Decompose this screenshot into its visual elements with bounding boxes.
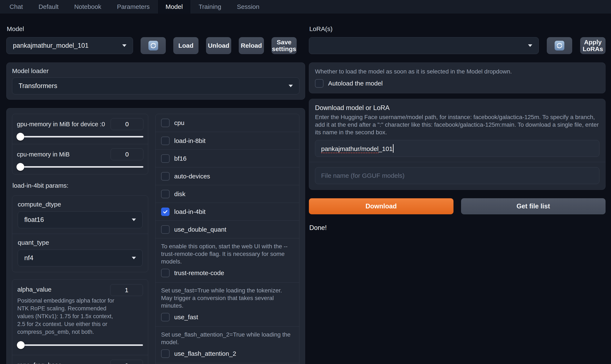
cpu-checkbox-label: cpu [174,119,184,127]
model-loader-value: Transformers [19,82,57,90]
alpha-value-slider[interactable] [17,341,143,349]
download-title: Download model or LoRA [315,104,599,112]
alpha-value-input[interactable] [110,284,143,296]
use-double-quant-checkbox-label: use_double_quant [174,226,226,233]
memory-group: gpu-memory in MiB for device :0 cpu-memo… [12,114,148,174]
download-info: Enter the Hugging Face username/model pa… [315,113,599,136]
checkbox-row-load-in-4bit[interactable]: load-in-4bit [156,203,299,221]
checkbox-row-use-fast[interactable]: use_fast [161,313,294,321]
use-double-quant-checkbox[interactable] [161,225,169,234]
load-in-8bit-checkbox[interactable] [161,137,169,145]
tab-default[interactable]: Default [31,0,66,13]
unload-button[interactable]: Unload [206,37,231,54]
exllama-note-section: Disable ExLlama kernel. [156,363,299,364]
disk-checkbox[interactable] [161,190,169,198]
refresh-models-button[interactable] [141,37,166,54]
model-dropdown[interactable]: pankajmathur_model_101 [6,37,133,54]
cpu-memory-slider[interactable] [17,163,143,171]
tab-notebook[interactable]: Notebook [66,0,109,13]
chevron-down-icon [122,44,127,47]
compute-dtype-dropdown[interactable]: float16 [18,211,143,228]
checkbox-row-use-flash-attention-2[interactable]: use_flash_attention_2 [161,350,294,358]
apply-loras-button[interactable]: Apply LoRAs [580,37,606,54]
trust-remote-code-checkbox[interactable] [161,269,169,277]
gpu-memory-row: gpu-memory in MiB for device :0 [12,114,148,144]
dtype-group: compute_dtype float16 quant_type nf4 [12,195,148,272]
rope-freq-base-input[interactable] [110,360,143,364]
quant-type-dropdown[interactable]: nf4 [18,249,143,266]
flags-checkbox-list: cpu load-in-8bit bf16 [156,114,299,364]
rope-freq-base-row: rope_freq_base If greater than 0, will b… [12,355,148,364]
text-cursor [393,144,393,153]
autoload-checkbox[interactable] [315,79,324,88]
use-flash-attention-2-checkbox[interactable] [161,350,169,358]
download-model-input-misspelled-text: pankajmathur/model [321,145,378,153]
checkbox-row-cpu[interactable]: cpu [156,114,299,132]
slider-track[interactable] [17,166,143,168]
lora-dropdown[interactable] [309,37,539,54]
use-flash-attention-2-section: Set use_flash_attention_2=True while loa… [156,326,299,363]
chevron-down-icon [132,219,136,221]
auto-devices-checkbox-label: auto-devices [174,173,210,180]
get-file-list-button[interactable]: Get file list [461,198,606,214]
cpu-memory-input[interactable] [111,148,143,160]
use-fast-section: Set use_fast=True while loading the toke… [156,282,299,326]
tab-chat[interactable]: Chat [2,0,31,13]
bf16-checkbox-label: bf16 [174,155,186,162]
slider-track[interactable] [17,136,143,137]
gpu-memory-input[interactable] [111,118,143,130]
load-in-4bit-checkbox[interactable] [161,208,169,216]
save-settings-button[interactable]: Save settings [272,37,297,54]
gpu-memory-slider[interactable] [17,133,143,141]
check-icon [163,209,168,215]
lora-label: LoRA(s) [309,25,606,33]
use-fast-checkbox[interactable] [161,313,169,321]
slider-thumb[interactable] [17,341,25,349]
disk-checkbox-label: disk [174,190,185,198]
model-label: Model [7,25,305,33]
checkbox-row-trust-remote-code[interactable]: trust-remote-code [161,269,294,277]
auto-devices-checkbox[interactable] [161,172,169,181]
use-fast-info: Set use_fast=True while loading the toke… [161,287,294,310]
gguf-file-name-input[interactable] [315,167,599,184]
alpha-value-info: Positional embeddings alpha factor for N… [17,297,120,336]
download-status-text: Done! [309,224,606,232]
checkbox-row-autoload[interactable]: Autoload the model [315,79,599,88]
use-fast-checkbox-label: use_fast [174,313,198,321]
tab-model[interactable]: Model [157,0,191,13]
alpha-value-row: alpha_value Positional embeddings alpha … [12,280,148,355]
refresh-icon [555,41,564,51]
refresh-loras-button[interactable] [547,37,572,54]
checkbox-row-auto-devices[interactable]: auto-devices [156,167,299,185]
checkbox-row-use-double-quant[interactable]: use_double_quant [156,221,299,238]
slider-track[interactable] [17,344,143,346]
download-button[interactable]: Download [309,198,454,214]
load-in-4bit-checkbox-label: load-in-4bit [174,208,206,215]
quant-type-value: nf4 [24,254,33,262]
tab-training[interactable]: Training [191,0,229,13]
slider-thumb[interactable] [16,163,24,171]
slider-thumb[interactable] [16,133,24,141]
quant-type-label: quant_type [18,239,143,246]
compute-dtype-label: compute_dtype [18,201,143,208]
cpu-memory-row: cpu-memory in MiB [12,144,148,174]
download-model-input[interactable]: pankajmathur/model_101 [315,140,599,157]
rope-group: alpha_value Positional embeddings alpha … [12,279,148,364]
load-button[interactable]: Load [173,37,198,54]
rope-freq-base-label: rope_freq_base [17,360,62,364]
tab-parameters[interactable]: Parameters [109,0,157,13]
reload-button[interactable]: Reload [239,37,264,54]
top-tab-bar: Chat Default Notebook Parameters Model T… [0,0,611,13]
bf16-checkbox[interactable] [161,154,169,163]
compute-dtype-value: float16 [24,216,44,224]
checkbox-row-bf16[interactable]: bf16 [156,149,299,167]
cpu-checkbox[interactable] [161,119,169,127]
load-in-4bit-params-label: load-in-4bit params: [13,182,148,189]
tab-session[interactable]: Session [229,0,267,13]
use-flash-attention-2-checkbox-label: use_flash_attention_2 [174,350,236,357]
refresh-icon [148,41,158,51]
model-loader-dropdown[interactable]: Transformers [12,78,299,94]
checkbox-row-disk[interactable]: disk [156,185,299,203]
checkbox-row-load-in-8bit[interactable]: load-in-8bit [156,132,299,149]
use-flash-attention-2-info: Set use_flash_attention_2=True while loa… [161,331,294,346]
